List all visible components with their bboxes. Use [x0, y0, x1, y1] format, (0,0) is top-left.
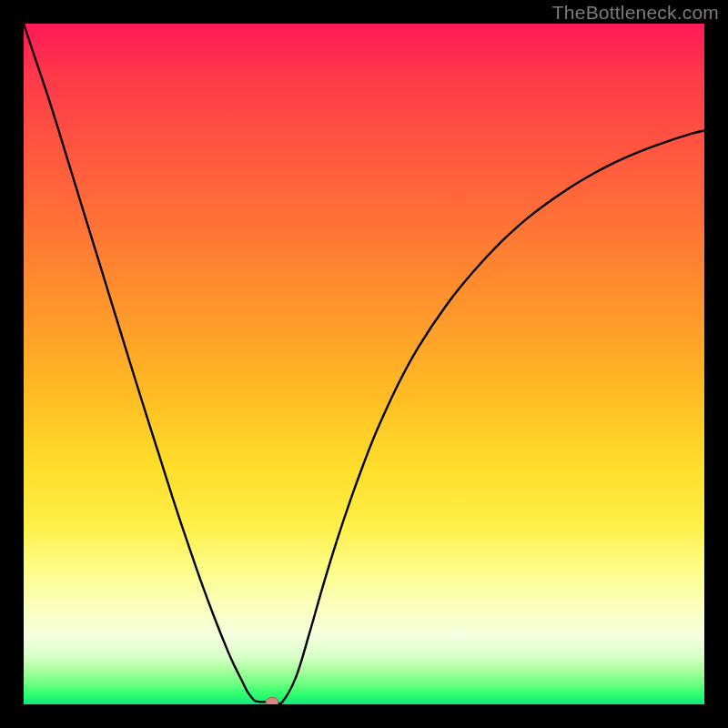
watermark-text: TheBottleneck.com: [552, 2, 719, 24]
curve-path: [24, 24, 704, 704]
plot-area: [24, 24, 704, 704]
chart-frame: TheBottleneck.com: [0, 0, 728, 728]
minimum-marker: [266, 697, 278, 704]
bottleneck-curve: [24, 24, 704, 704]
